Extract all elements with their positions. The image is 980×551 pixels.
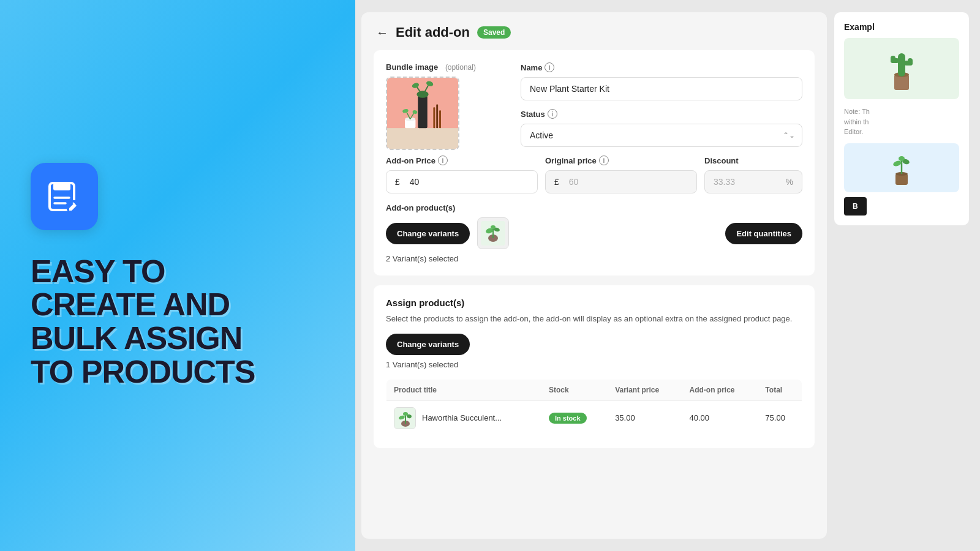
table-row: Haworthia Succulent... In stock 35.00 40… xyxy=(386,400,802,435)
editor-body: Bundle image (optional) xyxy=(361,50,827,470)
row-product-thumb xyxy=(394,407,416,429)
status-info-icon[interactable]: i xyxy=(548,109,557,119)
addon-price-input-wrap: £ xyxy=(386,170,538,193)
original-price-input-wrap: £ xyxy=(545,170,697,193)
status-select-wrapper: Active Inactive xyxy=(521,124,802,147)
discount-suffix: % xyxy=(783,171,802,193)
discount-input xyxy=(705,171,783,193)
table-cell-variant-price: 35.00 xyxy=(608,400,682,435)
saved-badge: Saved xyxy=(477,26,511,39)
col-product-title: Product title xyxy=(386,379,541,400)
table-header-row: Product title Stock Variant price Add-on… xyxy=(386,379,802,400)
col-addon-price: Add-on price xyxy=(682,379,758,400)
svg-rect-21 xyxy=(439,110,441,128)
name-input[interactable] xyxy=(521,77,802,100)
example-product-image xyxy=(844,38,959,99)
addon-price-currency: £ xyxy=(386,171,405,193)
form-section: Bundle image (optional) xyxy=(374,50,815,276)
svg-rect-20 xyxy=(436,105,438,129)
example-plant-image xyxy=(877,41,926,96)
change-variants-button[interactable]: Change variants xyxy=(386,223,470,244)
svg-rect-39 xyxy=(891,56,895,63)
discount-input-wrap: % xyxy=(704,170,802,193)
right-panel: ← Edit add-on Saved Bundle image (option… xyxy=(355,0,980,551)
product-thumb-image xyxy=(481,221,505,246)
col-stock: Stock xyxy=(541,379,608,400)
status-field-group: Status i Active Inactive xyxy=(521,109,802,147)
assign-variants-count: 1 Variant(s) selected xyxy=(386,360,802,369)
editor-header: ← Edit add-on Saved xyxy=(361,12,827,50)
original-price-currency: £ xyxy=(546,171,564,193)
bundle-image-col: Bundle image (optional) xyxy=(386,62,508,150)
price-row: Add-on Price i £ Original price i xyxy=(386,156,802,193)
col-variant-price: Variant price xyxy=(608,379,682,400)
example-btn-area: B xyxy=(844,197,959,216)
stock-badge: In stock xyxy=(549,413,587,424)
variants-selected-count: 2 Variant(s) selected xyxy=(386,254,802,263)
assign-title: Assign product(s) xyxy=(386,298,802,308)
svg-rect-19 xyxy=(433,107,435,128)
example-note: Note: Th within th Editor. xyxy=(844,107,959,137)
name-info-icon[interactable]: i xyxy=(545,62,554,72)
editor-card: ← Edit add-on Saved Bundle image (option… xyxy=(361,12,827,539)
top-row: Bundle image (optional) xyxy=(386,62,802,156)
product-table: Product title Stock Variant price Add-on… xyxy=(386,379,802,436)
addon-price-input[interactable] xyxy=(405,171,537,193)
addon-products-section: Add-on product(s) Change variants xyxy=(386,203,802,263)
status-label: Status i xyxy=(521,109,802,119)
table-cell-product: Haworthia Succulent... xyxy=(386,400,541,435)
bundle-image xyxy=(387,78,458,149)
col-total: Total xyxy=(758,379,802,400)
svg-rect-37 xyxy=(898,53,905,77)
svg-point-48 xyxy=(899,156,905,161)
row-product-image xyxy=(394,408,416,429)
name-label: Name i xyxy=(521,62,802,72)
svg-point-33 xyxy=(403,412,408,416)
product-cell: Haworthia Succulent... xyxy=(394,407,534,429)
left-panel: EASY TO CREATE AND BULK ASSIGN TO PRODUC… xyxy=(0,0,355,551)
editor-title: Edit add-on xyxy=(396,24,470,40)
table-cell-total: 75.00 xyxy=(758,400,802,435)
assign-change-variants-button[interactable]: Change variants xyxy=(386,334,470,355)
example-panel-title: Exampl xyxy=(844,22,959,32)
svg-rect-41 xyxy=(908,58,913,66)
product-title: Haworthia Succulent... xyxy=(422,413,502,422)
edit-icon xyxy=(45,177,84,216)
example-panel: Exampl Note: Th within th Editor. xyxy=(834,12,969,225)
bundle-image-label: Bundle image (optional) xyxy=(386,62,508,72)
assign-section: Assign product(s) Select the products to… xyxy=(374,285,815,448)
table-cell-addon-price: 40.00 xyxy=(682,400,758,435)
back-button[interactable]: ← xyxy=(376,26,388,40)
svg-rect-6 xyxy=(387,128,458,149)
original-price-info-icon[interactable]: i xyxy=(599,156,609,165)
status-select[interactable]: Active Inactive xyxy=(521,124,802,147)
edit-quantities-button[interactable]: Edit quantities xyxy=(725,223,802,244)
addon-price-label: Add-on Price i xyxy=(386,156,538,165)
original-price-field: Original price i £ xyxy=(545,156,697,193)
addon-price-info-icon[interactable]: i xyxy=(438,156,448,165)
product-thumbnail xyxy=(477,217,509,249)
addon-products-label: Add-on product(s) xyxy=(386,203,802,212)
discount-label: Discount xyxy=(704,156,802,165)
discount-field: Discount % xyxy=(704,156,802,193)
name-field-group: Name i xyxy=(521,62,802,100)
original-price-label: Original price i xyxy=(545,156,697,165)
example-button: B xyxy=(844,197,867,216)
original-price-input xyxy=(564,171,696,193)
addon-price-field: Add-on Price i £ xyxy=(386,156,538,193)
example-plant-image-2 xyxy=(877,146,926,189)
svg-point-27 xyxy=(491,225,496,229)
bundle-image-box[interactable] xyxy=(386,77,459,150)
example-product-image-2 xyxy=(844,143,959,192)
app-icon xyxy=(31,163,98,230)
tagline: EASY TO CREATE AND BULK ASSIGN TO PRODUC… xyxy=(31,255,255,388)
addon-products-row: Change variants xyxy=(386,217,802,249)
name-status-col: Name i Status i xyxy=(521,62,802,156)
svg-rect-1 xyxy=(53,183,70,190)
svg-rect-7 xyxy=(418,96,427,128)
assign-description: Select the products to assign the add-on… xyxy=(386,313,802,325)
table-cell-stock: In stock xyxy=(541,400,608,435)
